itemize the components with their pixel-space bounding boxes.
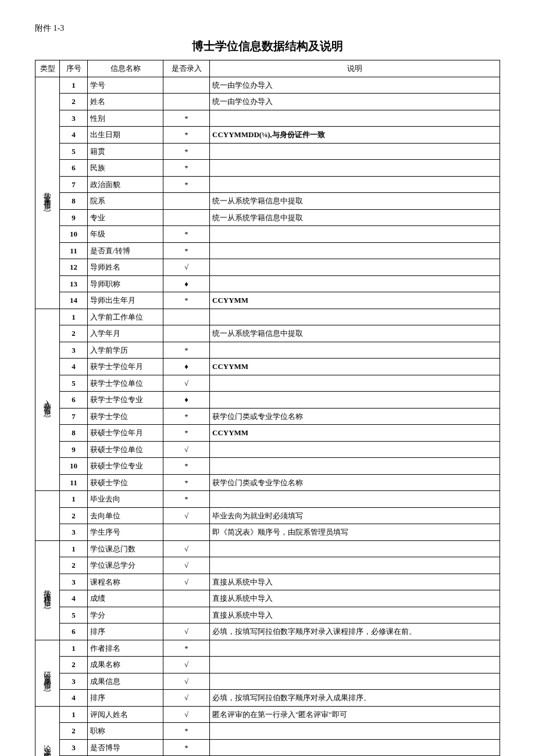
- row-desc: [210, 673, 500, 690]
- row-desc: [210, 723, 500, 740]
- row-seq: 2: [60, 557, 88, 574]
- row-seq: 11: [60, 474, 88, 491]
- row-seq: 11: [60, 242, 88, 259]
- table-row: 5学分直接从系统中导入: [35, 607, 500, 624]
- row-desc: 统一从系统学籍信息中提取: [210, 193, 500, 210]
- row-seq: 2: [60, 507, 88, 524]
- row-input-flag: [163, 77, 210, 94]
- table-row: 研究成果信息1作者排名*: [35, 640, 500, 657]
- row-input-flag: √: [163, 557, 210, 574]
- table-row: 3性别*: [35, 110, 500, 127]
- header-type: 类型: [35, 60, 60, 77]
- row-seq: 3: [60, 739, 88, 756]
- header-name: 信息名称: [88, 60, 163, 77]
- table-row: 10获硕士学位专业*: [35, 458, 500, 475]
- row-input-flag: *: [163, 723, 210, 740]
- table-row: 2学位课总学分√: [35, 557, 500, 574]
- data-structure-table: 类型 序号 信息名称 是否录入 说明 学位基本信息1学号统一由学位办导入2姓名统…: [35, 60, 500, 756]
- header-seq: 序号: [60, 60, 88, 77]
- row-name: 学分: [88, 607, 163, 624]
- row-desc: [210, 309, 500, 325]
- row-name: 获硕士学位单位: [88, 441, 163, 458]
- row-desc: [210, 242, 500, 259]
- row-name: 获学士学位单位: [88, 375, 163, 392]
- row-desc: [210, 259, 500, 276]
- row-desc: [210, 143, 500, 160]
- row-name: 成绩: [88, 590, 163, 607]
- row-name: 获学士学位: [88, 408, 163, 425]
- row-seq: 7: [60, 408, 88, 425]
- group-label: 学位基本信息: [35, 77, 60, 309]
- row-name: 作者排名: [88, 640, 163, 657]
- row-desc: [210, 176, 500, 193]
- row-name: 导师姓名: [88, 259, 163, 276]
- row-name: 性别: [88, 110, 163, 127]
- row-seq: 7: [60, 176, 88, 193]
- header-desc: 说明: [210, 60, 500, 77]
- row-input-flag: √: [163, 540, 210, 557]
- row-input-flag: *: [163, 474, 210, 491]
- row-input-flag: √: [163, 624, 210, 640]
- row-input-flag: ♦: [163, 359, 210, 375]
- row-name: 获学士学位专业: [88, 392, 163, 409]
- row-seq: 14: [60, 292, 88, 309]
- row-desc: [210, 458, 500, 475]
- row-desc: 必填，按填写阿拉伯数字顺序对录入课程排序，必修课在前。: [210, 624, 500, 640]
- row-input-flag: √: [163, 706, 210, 723]
- row-input-flag: √: [163, 259, 210, 276]
- row-input-flag: *: [163, 143, 210, 160]
- row-desc: 获学位门类或专业学位名称: [210, 474, 500, 491]
- table-row: 6民族*: [35, 160, 500, 177]
- document-title: 博士学位信息数据结构及说明: [35, 38, 500, 54]
- table-row: 3是否博导*: [35, 739, 500, 756]
- table-row: 2去向单位√毕业去向为就业时必须填写: [35, 507, 500, 524]
- table-row: 2入学年月统一从系统学籍信息中提取: [35, 325, 500, 342]
- row-seq: 10: [60, 458, 88, 475]
- row-seq: 1: [60, 640, 88, 657]
- row-name: 获学士学位年月: [88, 359, 163, 375]
- row-name: 学位课总门数: [88, 540, 163, 557]
- table-row: 8院系统一从系统学籍信息中提取: [35, 193, 500, 210]
- row-name: 入学年月: [88, 325, 163, 342]
- row-seq: 5: [60, 375, 88, 392]
- row-desc: 统一从系统学籍信息中提取: [210, 209, 500, 226]
- row-input-flag: *: [163, 458, 210, 475]
- row-seq: 4: [60, 690, 88, 707]
- row-desc: 直接从系统中导入: [210, 607, 500, 624]
- row-input-flag: [163, 325, 210, 342]
- row-desc: CCYYMM: [210, 292, 500, 309]
- row-desc: [210, 739, 500, 756]
- row-seq: 4: [60, 359, 88, 375]
- table-row: 3学生序号即《简况表》顺序号，由院系管理员填写: [35, 524, 500, 541]
- row-seq: 6: [60, 392, 88, 409]
- row-desc: [210, 540, 500, 557]
- group-label: [35, 491, 60, 541]
- row-name: 院系: [88, 193, 163, 210]
- group-label: 研究成果信息: [35, 640, 60, 706]
- group-label: 学位课程信息: [35, 540, 60, 640]
- row-input-flag: *: [163, 226, 210, 243]
- row-name: 入学前学历: [88, 342, 163, 359]
- row-seq: 2: [60, 657, 88, 673]
- table-row: 4出生日期*CCYYMMDD(⅛),与身份证件一致: [35, 127, 500, 144]
- row-desc: [210, 110, 500, 127]
- row-seq: 6: [60, 160, 88, 177]
- row-input-flag: *: [163, 127, 210, 144]
- table-row: 1毕业去向*: [35, 491, 500, 508]
- table-header-row: 类型 序号 信息名称 是否录入 说明: [35, 60, 500, 77]
- row-desc: [210, 491, 500, 508]
- row-name: 排序: [88, 624, 163, 640]
- row-seq: 3: [60, 574, 88, 590]
- row-input-flag: √: [163, 574, 210, 590]
- row-desc: 获学位门类或专业学位名称: [210, 408, 500, 425]
- table-row: 10年级*: [35, 226, 500, 243]
- table-row: 4成绩直接从系统中导入: [35, 590, 500, 607]
- row-name: 职称: [88, 723, 163, 740]
- row-seq: 2: [60, 723, 88, 740]
- row-seq: 3: [60, 342, 88, 359]
- row-name: 毕业去向: [88, 491, 163, 508]
- row-input-flag: √: [163, 507, 210, 524]
- row-input-flag: [163, 94, 210, 110]
- row-name: 民族: [88, 160, 163, 177]
- row-input-flag: [163, 309, 210, 325]
